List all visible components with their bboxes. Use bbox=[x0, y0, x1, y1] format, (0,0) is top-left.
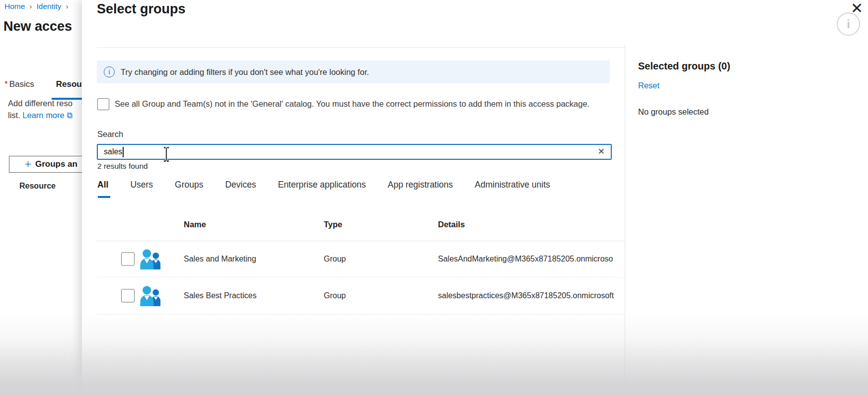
breadcrumb-home-link[interactable]: Home bbox=[4, 2, 25, 11]
table-row[interactable]: Sales Best Practices Group salesbestprac… bbox=[97, 277, 625, 314]
screen: Home › Identity › New acces *Basics Reso… bbox=[0, 0, 868, 395]
tab-enterprise-applications[interactable]: Enterprise applications bbox=[278, 180, 366, 190]
row-name: Sales and Marketing bbox=[184, 255, 256, 263]
page-title: New acces bbox=[3, 19, 72, 34]
tab-administrative-units[interactable]: Administrative units bbox=[475, 180, 550, 190]
row-name: Sales Best Practices bbox=[184, 291, 257, 300]
tab-groups[interactable]: Groups bbox=[175, 180, 203, 190]
column-header-type: Type bbox=[324, 220, 342, 229]
tab-basics[interactable]: *Basics bbox=[4, 79, 34, 89]
wizard-tabs: *Basics Resou bbox=[4, 79, 82, 89]
group-icon bbox=[139, 285, 163, 307]
search-input[interactable] bbox=[98, 145, 611, 159]
info-banner: i Try changing or adding filters if you … bbox=[97, 61, 610, 83]
breadcrumb-chevron-icon: › bbox=[29, 2, 32, 11]
divider bbox=[625, 45, 625, 395]
text-caret bbox=[123, 147, 124, 157]
tab-devices[interactable]: Devices bbox=[225, 180, 256, 190]
results-table-header: Name Type Details bbox=[97, 220, 625, 241]
divider bbox=[97, 47, 625, 48]
group-icon bbox=[139, 248, 163, 270]
select-groups-panel: Select groups i ✕ i Try changing or addi… bbox=[82, 0, 868, 395]
required-marker: * bbox=[4, 79, 8, 89]
no-groups-selected-text: No groups selected bbox=[638, 107, 709, 117]
tab-all[interactable]: All bbox=[97, 180, 108, 190]
row-details: salesbestpractices@M365x87185205.onmicro… bbox=[438, 291, 625, 300]
resource-column-header: Resource bbox=[19, 182, 56, 191]
breadcrumb: Home › Identity › bbox=[4, 2, 69, 11]
learn-more-link[interactable]: Learn more bbox=[22, 111, 64, 120]
results-count: 2 results found bbox=[97, 162, 148, 171]
row-type: Group bbox=[324, 255, 346, 263]
row-checkbox[interactable] bbox=[121, 252, 135, 265]
column-header-name: Name bbox=[184, 220, 206, 229]
add-groups-and-teams-button[interactable]: + Groups an bbox=[9, 156, 93, 173]
reset-link[interactable]: Reset bbox=[638, 81, 659, 90]
close-icon[interactable]: ✕ bbox=[851, 1, 863, 16]
tab-resource-roles[interactable]: Resou bbox=[56, 79, 82, 89]
divider bbox=[97, 314, 625, 315]
description-text: Add different reso bbox=[8, 99, 72, 108]
row-checkbox[interactable] bbox=[121, 289, 135, 303]
info-banner-icon: i bbox=[104, 66, 115, 77]
breadcrumb-identity-link[interactable]: Identity bbox=[37, 2, 62, 11]
see-all-checkbox[interactable] bbox=[97, 98, 109, 110]
column-header-details: Details bbox=[438, 220, 625, 229]
search-field: ✕ bbox=[97, 144, 612, 160]
selected-groups-title: Selected groups (0) bbox=[638, 61, 730, 72]
breadcrumb-chevron-icon: › bbox=[66, 2, 69, 11]
plus-icon: + bbox=[25, 159, 31, 170]
table-row[interactable]: Sales and Marketing Group SalesAndMarket… bbox=[97, 241, 625, 277]
row-details: SalesAndMarketing@M365x87185205.onmicros… bbox=[438, 255, 625, 263]
active-filter-underline bbox=[98, 196, 110, 198]
see-all-checkbox-label: See all Group and Team(s) not in the 'Ge… bbox=[115, 97, 609, 110]
tab-app-registrations[interactable]: App registrations bbox=[388, 180, 453, 190]
description-text: list. Learn more ⧉ bbox=[8, 111, 72, 120]
row-type: Group bbox=[324, 291, 346, 300]
filter-tabs: All Users Groups Devices Enterprise appl… bbox=[97, 180, 550, 190]
search-label: Search bbox=[97, 130, 123, 139]
external-link-icon: ⧉ bbox=[67, 111, 72, 120]
info-banner-text: Try changing or adding filters if you do… bbox=[121, 67, 369, 77]
clear-search-icon[interactable]: ✕ bbox=[598, 146, 605, 157]
panel-title: Select groups bbox=[97, 1, 186, 17]
tab-users[interactable]: Users bbox=[130, 180, 153, 190]
